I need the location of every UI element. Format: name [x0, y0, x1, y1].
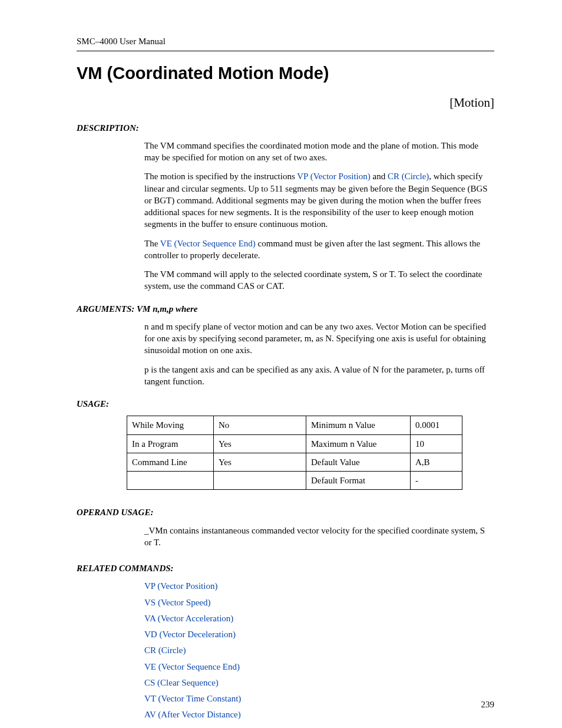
table-row: While Moving No Minimum n Value 0.0001 [127, 416, 462, 434]
section-arguments-label: ARGUMENTS: VM n,m,p where [77, 303, 494, 315]
usage-table-wrap: While Moving No Minimum n Value 0.0001 I… [127, 416, 494, 490]
table-cell [214, 472, 306, 490]
text: The motion is specified by the instructi… [144, 172, 297, 181]
table-cell: Default Format [306, 472, 411, 490]
operand-block: _VMn contains instantaneous commanded ve… [144, 525, 494, 549]
table-cell: Yes [214, 453, 306, 471]
table-cell: A,B [411, 453, 462, 471]
category-label: [Motion] [77, 94, 494, 111]
link-ve[interactable]: VE (Vector Sequence End) [144, 662, 240, 671]
link-vt[interactable]: VT (Vector Time Constant) [144, 694, 241, 703]
link-vp-vector-position[interactable]: VP (Vector Position) [297, 172, 370, 181]
table-row: Command Line Yes Default Value A,B [127, 453, 462, 471]
table-cell: Maximum n Value [306, 434, 411, 453]
section-usage-label: USAGE: [77, 398, 494, 410]
text: The [144, 239, 160, 248]
header-rule [77, 51, 494, 51]
table-cell: Minimum n Value [306, 416, 411, 434]
arguments-block: n and m specify plane of vector motion a… [144, 321, 494, 387]
table-row: Default Format - [127, 472, 462, 490]
table-cell: 10 [411, 434, 462, 453]
description-p3: The VE (Vector Sequence End) command mus… [144, 238, 494, 262]
usage-table: While Moving No Minimum n Value 0.0001 I… [127, 416, 462, 490]
link-av[interactable]: AV (After Vector Distance) [144, 710, 241, 719]
table-cell: 0.0001 [411, 416, 462, 434]
page-title: VM (Coordinated Motion Mode) [77, 62, 494, 85]
table-cell: - [411, 472, 462, 490]
description-p1: The VM command specifies the coordinated… [144, 140, 494, 164]
arguments-p2: p is the tangent axis and can be specifi… [144, 364, 494, 388]
section-related-label: RELATED COMMANDS: [77, 562, 494, 574]
description-p4: The VM command will apply to the selecte… [144, 268, 494, 292]
table-cell: While Moving [127, 416, 214, 434]
related-commands-list: VP (Vector Position) VS (Vector Speed) V… [144, 580, 494, 720]
operand-p1: _VMn contains instantaneous commanded ve… [144, 525, 494, 549]
arguments-p1: n and m specify plane of vector motion a… [144, 321, 494, 357]
table-cell: Command Line [127, 453, 214, 471]
table-row: In a Program Yes Maximum n Value 10 [127, 434, 462, 453]
table-cell: In a Program [127, 434, 214, 453]
description-p2: The motion is specified by the instructi… [144, 170, 494, 230]
link-vs[interactable]: VS (Vector Speed) [144, 598, 210, 607]
link-cr-circle[interactable]: CR (Circle) [388, 172, 429, 181]
running-header: SMC–4000 User Manual [77, 35, 494, 47]
link-cs[interactable]: CS (Clear Sequence) [144, 678, 219, 687]
text: and [371, 172, 388, 181]
section-operand-label: OPERAND USAGE: [77, 506, 494, 518]
link-va[interactable]: VA (Vector Acceleration) [144, 614, 233, 623]
description-block: The VM command specifies the coordinated… [144, 140, 494, 292]
table-cell [127, 472, 214, 490]
link-ve-vector-sequence-end[interactable]: VE (Vector Sequence End) [160, 239, 256, 248]
link-vd[interactable]: VD (Vector Deceleration) [144, 630, 236, 639]
link-cr[interactable]: CR (Circle) [144, 645, 186, 655]
table-cell: Yes [214, 434, 306, 453]
table-cell: No [214, 416, 306, 434]
table-cell: Default Value [306, 453, 411, 471]
page-number: 239 [481, 699, 495, 710]
link-vp[interactable]: VP (Vector Position) [144, 581, 217, 591]
section-description-label: DESCRIPTION: [77, 122, 494, 134]
